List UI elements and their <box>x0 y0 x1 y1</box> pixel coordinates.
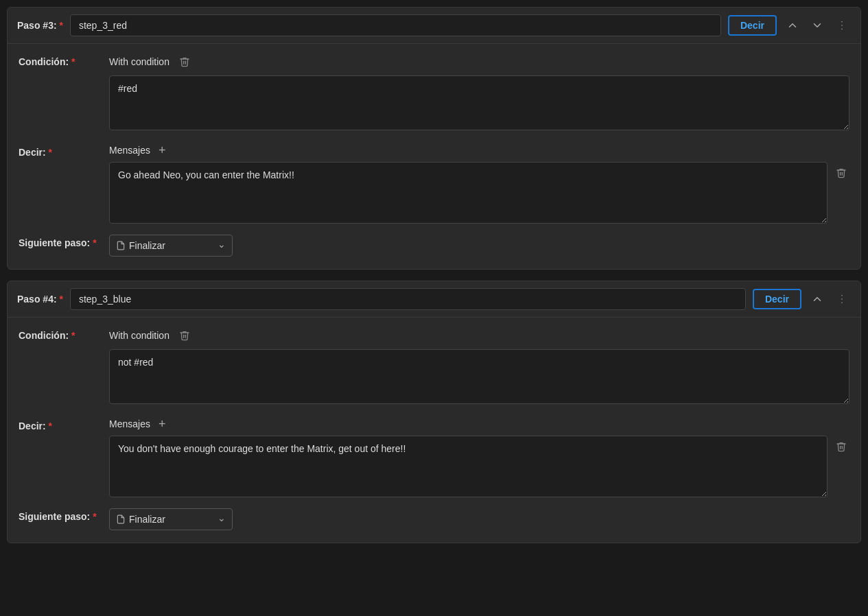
step-3-more-button[interactable] <box>833 16 851 34</box>
step-3-condition-row: Condición: * With condition <box>19 54 849 133</box>
step-4-messages-header: Mensajes + <box>109 418 849 430</box>
step-4-next-select-wrapper: Finalizar <box>109 508 233 530</box>
svg-point-3 <box>841 295 843 296</box>
svg-point-5 <box>841 303 843 304</box>
step-3-next-select[interactable]: Finalizar <box>109 235 233 257</box>
step-3-body: Condición: * With condition <box>8 44 860 269</box>
step-3-name-input[interactable] <box>70 14 721 36</box>
step-4-condition-label: Condición: * <box>19 327 101 341</box>
svg-point-1 <box>841 25 843 26</box>
step-4-next-select[interactable]: Finalizar <box>109 508 233 530</box>
step-3-next-content: Finalizar <box>109 235 849 257</box>
step-4-say-label: Decir: * <box>19 418 101 431</box>
step-3-header: Paso #3: * Decir <box>8 8 860 44</box>
step-3-messages-label: Mensajes <box>109 145 150 156</box>
step-3-condition-text: With condition <box>109 56 169 67</box>
step-3-next-select-wrapper: Finalizar <box>109 235 233 257</box>
step-4-say-content: Mensajes + You don't have enough courage… <box>109 418 849 497</box>
step-3-condition-textarea[interactable]: #red <box>109 75 849 130</box>
step-4-condition-content: With condition not #red <box>109 327 849 407</box>
step-4-message-delete-button[interactable] <box>833 438 849 458</box>
step-3-next-label: Siguiente paso: * <box>19 235 101 248</box>
step-3-next-row: Siguiente paso: * Finalizar <box>19 235 849 257</box>
step-3-card: Paso #3: * Decir Condición: <box>7 7 861 270</box>
step-3-message-delete-button[interactable] <box>833 165 849 184</box>
trash-icon <box>179 56 190 67</box>
chevron-down-icon <box>811 19 823 32</box>
chevron-up-icon-2 <box>811 293 823 305</box>
step-4-condition-header: With condition <box>109 327 849 344</box>
trash-icon-2 <box>179 330 190 341</box>
step-3-condition-content: With condition #red <box>109 54 849 133</box>
step-4-header: Paso #4: * Decir <box>8 281 860 318</box>
step-3-say-label: Decir: * <box>19 144 101 158</box>
step-4-condition-text: With condition <box>109 330 169 341</box>
svg-point-0 <box>841 21 843 23</box>
step-4-say-row: Decir: * Mensajes + You don't have enoug… <box>19 418 849 497</box>
step-4-next-label: Siguiente paso: * <box>19 508 101 522</box>
step-3-move-down-button[interactable] <box>808 16 826 34</box>
step-4-message-textarea[interactable]: You don't have enough courage to enter t… <box>109 436 828 497</box>
step-4-label: Paso #4: * <box>17 294 63 305</box>
step-4-next-row: Siguiente paso: * Finalizar <box>19 508 849 530</box>
dots-vertical-icon-2 <box>836 293 848 305</box>
step-3-condition-header: With condition <box>109 54 849 70</box>
step-4-condition-textarea[interactable]: not #red <box>109 349 849 404</box>
step-3-move-up-button[interactable] <box>784 16 801 34</box>
step-4-required: * <box>59 294 62 305</box>
step-3-messages-header: Mensajes + <box>109 144 849 156</box>
step-4-next-content: Finalizar <box>109 508 849 530</box>
step-3-say-row: Decir: * Mensajes + Go ahead Neo, you ca… <box>19 144 849 224</box>
step-4-say-button[interactable]: Decir <box>753 289 801 309</box>
step-4-move-up-button[interactable] <box>808 290 826 308</box>
step-4-more-button[interactable] <box>833 290 851 308</box>
step-3-add-message-button[interactable]: + <box>157 144 167 156</box>
step-3-message-textarea[interactable]: Go ahead Neo, you can enter the Matrix!! <box>109 162 828 224</box>
dots-vertical-icon <box>836 19 848 32</box>
step-3-say-content: Mensajes + Go ahead Neo, you can enter t… <box>109 144 849 224</box>
step-3-say-button[interactable]: Decir <box>728 15 777 36</box>
step-3-condition-label: Condición: * <box>19 54 101 67</box>
step-3-label: Paso #3: * <box>17 20 63 31</box>
step-4-card: Paso #4: * Decir Condición: * <box>7 281 861 543</box>
step-3-message-row: Go ahead Neo, you can enter the Matrix!! <box>109 162 849 224</box>
trash-3-icon <box>836 441 847 452</box>
step-4-condition-row: Condición: * With condition <box>19 327 849 407</box>
step-4-add-message-button[interactable]: + <box>157 418 167 430</box>
step-4-body: Condición: * With condition <box>8 318 860 543</box>
step-4-name-input[interactable] <box>70 288 746 310</box>
svg-point-4 <box>841 298 843 300</box>
chevron-up-icon <box>786 19 799 32</box>
trash-2-icon <box>836 167 847 178</box>
step-3-condition-delete-button[interactable] <box>176 54 193 70</box>
svg-point-2 <box>841 29 843 30</box>
step-4-condition-delete-button[interactable] <box>176 327 193 344</box>
step-4-message-row: You don't have enough courage to enter t… <box>109 436 849 497</box>
step-3-required: * <box>59 20 62 31</box>
step-4-messages-label: Mensajes <box>109 418 150 429</box>
